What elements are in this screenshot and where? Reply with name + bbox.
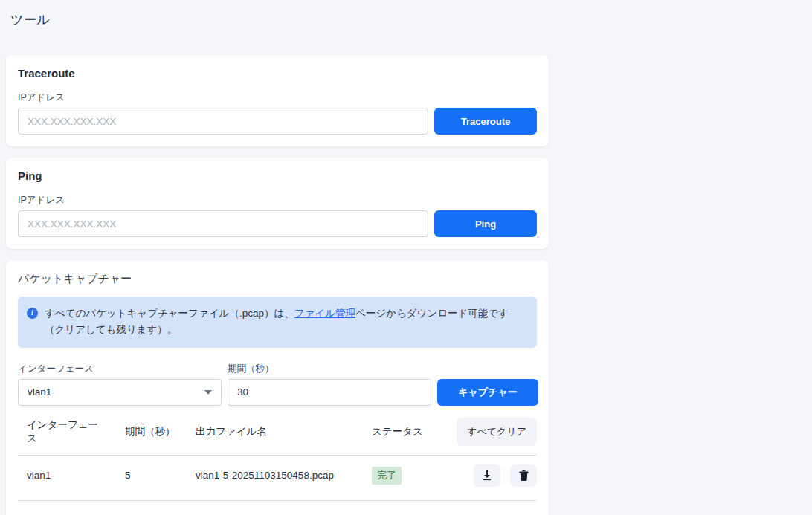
interface-label: インターフェース <box>18 363 222 375</box>
packet-capture-card: パケットキャプチャー i すべてのパケットキャプチャーファイル（.pcap）は、… <box>6 260 549 515</box>
status-badge: 完了 <box>372 467 402 485</box>
cell-interface: vlan1 <box>18 470 116 481</box>
info-banner: i すべてのパケットキャプチャーファイル（.pcap）は、ファイル管理ページから… <box>18 297 537 348</box>
header-status: ステータス <box>363 425 448 438</box>
cell-duration: 5 <box>116 470 187 481</box>
cell-status: 完了 <box>363 467 448 485</box>
packet-capture-card-title: パケットキャプチャー <box>18 272 537 286</box>
ping-button[interactable]: Ping <box>434 210 537 237</box>
trash-icon <box>519 470 529 481</box>
duration-input[interactable] <box>228 379 431 406</box>
header-duration: 期間（秒） <box>116 425 187 438</box>
ping-card-title: Ping <box>18 169 537 182</box>
info-banner-text: すべてのパケットキャプチャーファイル（.pcap）は、ファイル管理ページからダウ… <box>45 305 525 339</box>
delete-button[interactable] <box>510 464 537 487</box>
info-icon: i <box>27 308 38 319</box>
chevron-down-icon <box>204 390 212 395</box>
capture-table: インターフェース 期間（秒） 出力ファイル名 ステータス すべてクリア vlan… <box>18 413 537 515</box>
info-text-before-link: すべてのパケットキャプチャーファイル（.pcap）は、 <box>45 308 294 319</box>
traceroute-ip-input[interactable] <box>18 108 428 135</box>
cell-filename: vlan1-5-20251103150458.pcap <box>187 470 363 481</box>
ping-ip-label: IPアドレス <box>18 194 537 207</box>
ping-card: Ping IPアドレス Ping <box>6 158 549 249</box>
traceroute-card-title: Traceroute <box>18 67 537 80</box>
clear-all-button[interactable]: すべてクリア <box>457 418 537 446</box>
interface-select[interactable]: vlan1 <box>18 379 222 406</box>
download-icon <box>482 470 492 481</box>
ping-ip-input[interactable] <box>18 210 428 237</box>
duration-label: 期間（秒） <box>228 363 431 375</box>
interface-select-value: vlan1 <box>28 386 51 398</box>
file-management-link[interactable]: ファイル管理 <box>294 308 355 319</box>
traceroute-ip-label: IPアドレス <box>18 91 537 104</box>
capture-table-header: インターフェース 期間（秒） 出力ファイル名 ステータス すべてクリア <box>18 413 537 450</box>
header-interface: インターフェース <box>18 418 116 445</box>
traceroute-card: Traceroute IPアドレス Traceroute <box>6 55 549 146</box>
traceroute-button[interactable]: Traceroute <box>434 108 537 135</box>
page-title: ツール <box>10 11 812 28</box>
download-button[interactable] <box>474 464 500 487</box>
table-row: vlan1 5 vlan1-5-20251103150458.pcap 完了 <box>18 456 537 496</box>
header-filename: 出力ファイル名 <box>187 425 363 438</box>
capture-button[interactable]: キャプチャー <box>437 379 538 406</box>
